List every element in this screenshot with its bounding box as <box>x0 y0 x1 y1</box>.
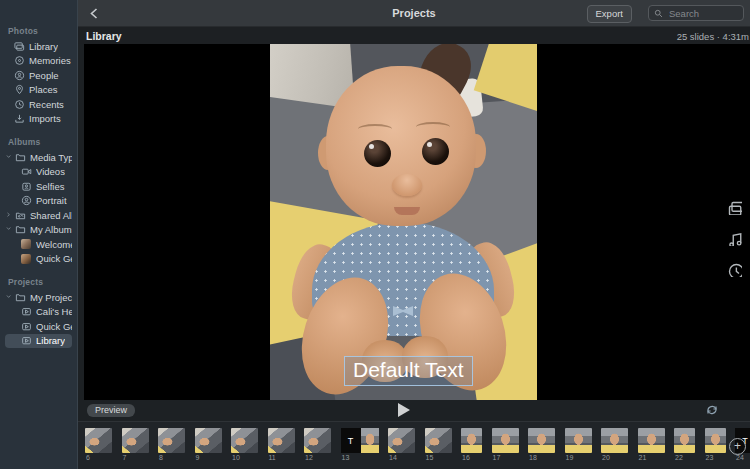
sidebar-item-label: Memories <box>29 55 71 66</box>
photo-slide-thumbnail <box>528 428 555 453</box>
slide-thumbnail-11[interactable]: 11 <box>268 428 295 461</box>
slide-number: 12 <box>304 454 331 461</box>
photo-slide-thumbnail <box>425 428 452 453</box>
sidebar: PhotosLibraryMemoriesPeoplePlacesRecents… <box>0 0 78 469</box>
sidebar-item-portrait[interactable]: Portrait <box>5 194 72 209</box>
slide-thumbnail-23[interactable]: 23 <box>705 428 726 461</box>
project-title: Library <box>86 30 122 42</box>
sidebar-item-shared-alb[interactable]: Shared Alb… <box>5 208 72 223</box>
slide-thumbnail-18[interactable]: 18 <box>528 428 555 461</box>
photo-slide-thumbnail <box>304 428 331 453</box>
sidebar-item-label: Imports <box>29 113 61 124</box>
sidebar-item-selfies[interactable]: Selfies <box>5 179 72 194</box>
slide-thumbnail-22[interactable]: 22 <box>674 428 695 461</box>
text-overlay[interactable]: Default Text <box>344 356 473 386</box>
project-icon <box>20 335 32 347</box>
sidebar-item-label: Quick Ge… <box>36 253 72 264</box>
music-button[interactable] <box>727 231 742 246</box>
slide-thumbnail-7[interactable]: 7 <box>122 428 149 461</box>
chevron-right-icon[interactable] <box>5 212 14 219</box>
baby-face <box>326 66 476 226</box>
photo-slide-thumbnail <box>492 428 519 453</box>
sidebar-item-label: Selfies <box>36 181 65 192</box>
slide-thumbnail-14[interactable]: 14 <box>388 428 415 461</box>
slide-thumbnail-20[interactable]: 20 <box>601 428 628 461</box>
slides-duration-status: 25 slides · 4:31m <box>677 31 749 42</box>
slide-thumbnail-17[interactable]: 17 <box>492 428 519 461</box>
sidebar-item-people[interactable]: People <box>5 68 72 83</box>
photo-slide-thumbnail <box>388 428 415 453</box>
sidebar-item-label: Library <box>36 335 65 346</box>
sidebar-item-label: My Projects <box>30 292 72 303</box>
search-icon <box>654 9 663 18</box>
sidebar-item-my-projects[interactable]: My Projects <box>5 290 72 305</box>
add-slide-button[interactable]: + <box>729 438 746 455</box>
chevron-down-icon[interactable] <box>5 226 14 233</box>
slide-thumbnail-19[interactable]: 19 <box>565 428 592 461</box>
subheader-bar: Library 25 slides · 4:31m <box>78 27 750 44</box>
sidebar-item-label: Cali's Hel… <box>36 306 72 317</box>
export-button[interactable]: Export <box>587 5 632 23</box>
chevron-down-icon[interactable] <box>5 154 14 161</box>
sidebar-item-media-types[interactable]: Media Types <box>5 150 72 165</box>
slide-number: 10 <box>231 454 258 461</box>
slide-thumbnail-13[interactable]: T13 <box>341 428 379 461</box>
photo-slide-thumbnail <box>85 428 112 453</box>
thumb-welcome-icon <box>20 238 32 250</box>
sidebar-item-my-albums[interactable]: My Albums <box>5 223 72 238</box>
playback-controls: Preview <box>78 400 750 421</box>
slide-thumbnail-9[interactable]: 9 <box>195 428 222 461</box>
slide-thumbnail-21[interactable]: 21 <box>638 428 665 461</box>
sidebar-section-albums: AlbumsMedia TypesVideosSelfiesPortraitSh… <box>0 137 77 266</box>
search-input[interactable] <box>667 7 738 20</box>
sidebar-item-places[interactable]: Places <box>5 83 72 98</box>
sidebar-item-welcome[interactable]: Welcome… <box>5 237 72 252</box>
sidebar-item-imports[interactable]: Imports <box>5 112 72 127</box>
selfies-icon <box>20 180 32 192</box>
sidebar-item-recents[interactable]: Recents <box>5 97 72 112</box>
photo-slide-thumbnail <box>195 428 222 453</box>
chevron-down-icon[interactable] <box>5 294 14 301</box>
portrait-icon <box>20 195 32 207</box>
baby-eye <box>422 138 449 165</box>
slide-thumbnail-6[interactable]: 6 <box>85 428 112 461</box>
imports-icon <box>13 113 25 125</box>
search-box[interactable] <box>648 5 744 21</box>
sidebar-item-videos[interactable]: Videos <box>5 165 72 180</box>
play-icon[interactable] <box>398 403 410 417</box>
baby-mouth <box>394 207 420 215</box>
sidebar-item-label: My Albums <box>30 224 72 235</box>
slides-button[interactable] <box>727 200 742 215</box>
slide-number: 14 <box>388 454 415 461</box>
baby-eyebrow <box>358 124 392 134</box>
duration-button[interactable] <box>727 262 742 277</box>
sidebar-item-quick-ge[interactable]: Quick Ge… <box>5 252 72 267</box>
slide-thumbnail-16[interactable]: 16 <box>461 428 482 461</box>
sidebar-item-label: Shared Alb… <box>30 210 72 221</box>
slide-photo[interactable]: Default Text <box>270 44 537 400</box>
sidebar-item-label: Quick Ge… <box>36 321 72 332</box>
sidebar-item-cali-s-hel[interactable]: Cali's Hel… <box>5 305 72 320</box>
project-icon <box>20 306 32 318</box>
slide-thumbnail-8[interactable]: 8 <box>158 428 185 461</box>
slide-number: 16 <box>461 454 482 461</box>
slide-thumbnail-10[interactable]: 10 <box>231 428 258 461</box>
slide-thumbnail-12[interactable]: 12 <box>304 428 331 461</box>
slide-number: 18 <box>528 454 555 461</box>
slide-number: 19 <box>565 454 592 461</box>
slide-number: 17 <box>492 454 519 461</box>
photo-slide-thumbnail <box>268 428 295 453</box>
sidebar-item-library[interactable]: Library <box>5 334 72 349</box>
sidebar-item-label: Media Types <box>30 152 72 163</box>
slide-canvas: Default Text <box>84 44 750 400</box>
slide-number: 23 <box>705 454 726 461</box>
slide-thumbnail-15[interactable]: 15 <box>425 428 452 461</box>
sidebar-item-quick-ge[interactable]: Quick Ge… <box>5 319 72 334</box>
sidebar-item-library[interactable]: Library <box>5 39 72 54</box>
text-slide-photo <box>361 428 379 453</box>
slide-number: 15 <box>425 454 452 461</box>
sidebar-item-label: Welcome… <box>36 239 72 250</box>
loop-button[interactable] <box>705 403 719 417</box>
preview-button[interactable]: Preview <box>87 404 135 417</box>
sidebar-item-memories[interactable]: Memories <box>5 54 72 69</box>
